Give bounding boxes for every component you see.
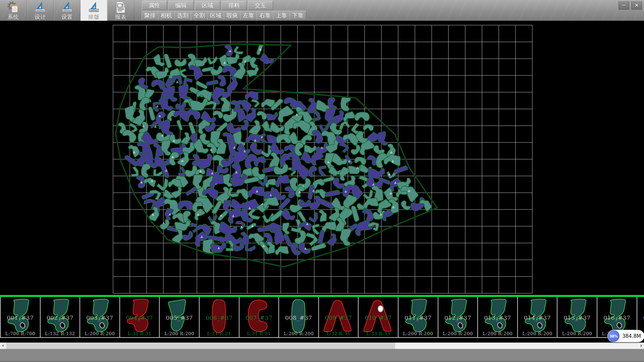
main-tab-label: 设置: [54, 14, 80, 21]
tray-bottom-gap: [0, 338, 644, 343]
part-thumbnail-013[interactable]: 013_#37L:200 R:200: [478, 297, 518, 337]
part-lr-count: L:31 R:31: [239, 331, 279, 336]
tool-button-6[interactable]: 瑕疵: [224, 11, 240, 20]
tool-button-5[interactable]: 区域: [207, 11, 224, 20]
part-lr-count: L:200 R:200: [557, 331, 597, 336]
part-id-label: 005_#37: [160, 314, 199, 321]
part-id-label: 008_#37: [279, 314, 318, 321]
close-button[interactable]: ✕: [631, 1, 642, 10]
scrollbar-thumb[interactable]: [6, 343, 395, 349]
memory-label: 384.8M: [622, 333, 641, 339]
part-thumbnail-014[interactable]: 014_#37L:200 R:200: [518, 297, 558, 337]
nesting-ruler-icon: [81, 1, 107, 14]
tool-button-2[interactable]: 相机: [158, 11, 175, 20]
main-tab-2[interactable]: 设计: [27, 0, 54, 21]
part-thumbnail-010[interactable]: 010_#37L:33 R:33: [359, 297, 398, 337]
part-lr-count: L:33 R:33: [359, 331, 398, 336]
part-id-label: 011_#37: [398, 314, 438, 321]
part-thumbnail-006[interactable]: 006_#37L:21 R:21: [200, 297, 239, 337]
ribbon-toolbar: 系统设计设置排版报表 属性编辑区域排料交互 聚排相机选割全割区域瑕疵左靠右靠上靠…: [0, 0, 644, 21]
settings-ruler-icon: [54, 1, 80, 14]
main-tab-label: 系统: [0, 14, 26, 21]
report-icon: [108, 1, 134, 14]
part-thumbnail-005[interactable]: 005_#37L:200 R:200: [160, 297, 200, 337]
part-lr-count: L:132 R:132: [41, 331, 80, 336]
percent-circle: 38%: [608, 330, 620, 342]
menu-row: 属性编辑区域排料交互: [142, 1, 273, 10]
window-controls: ─✕: [619, 1, 642, 10]
part-thumbnail-008[interactable]: 008_#37L:200 R:200: [279, 297, 319, 337]
part-lr-count: L:200 R:200: [80, 331, 119, 336]
part-thumbnail-011[interactable]: 011_#37L:200 R:200: [398, 297, 438, 337]
main-tab-label: 设计: [27, 14, 53, 21]
part-lr-count: L:32 R:31: [319, 331, 358, 336]
recording-overlay-badge[interactable]: 38% 384.8M: [607, 330, 644, 342]
design-ruler-icon: [27, 1, 53, 14]
part-id-label: 001_#37: [1, 314, 40, 321]
menu-button-5[interactable]: 交互: [248, 1, 273, 10]
main-tab-label: 排版: [81, 14, 107, 21]
part-thumbnail-015[interactable]: 015_#37L:200 R:200: [557, 297, 597, 337]
part-lr-count: L:200 R:200: [518, 331, 557, 336]
tool-button-10[interactable]: 下靠: [289, 11, 306, 20]
main-tab-label: 报表: [108, 14, 134, 21]
part-id-label: 003_#37: [80, 314, 119, 321]
part-lr-count: L:21 R:21: [200, 331, 239, 336]
part-id-label: 013_#37: [478, 314, 517, 321]
part-thumbnail-012[interactable]: 012_#37L:200 R:200: [438, 297, 478, 337]
minimize-button[interactable]: ─: [619, 1, 629, 10]
part-lr-count: L:200 R:200: [279, 331, 318, 336]
main-tab-4[interactable]: 排版: [80, 0, 107, 21]
tray-scrollbar[interactable]: ‹ ›: [0, 343, 644, 349]
tool-button-7[interactable]: 左靠: [240, 11, 257, 20]
nest-layout-svg: [0, 21, 644, 295]
menu-button-3[interactable]: 区域: [195, 1, 220, 10]
main-tabs: 系统设计设置排版报表: [0, 0, 134, 21]
part-id-label: 017_#37: [637, 314, 644, 321]
main-tab-5[interactable]: 报表: [107, 0, 134, 21]
part-id-label: 004_#37: [120, 314, 159, 321]
nesting-canvas[interactable]: [0, 21, 644, 295]
part-id-label: 012_#37: [438, 314, 478, 321]
main-tab-1[interactable]: 系统: [0, 0, 27, 21]
part-id-label: 014_#37: [518, 314, 557, 321]
part-id-label: 016_#37: [597, 314, 637, 321]
part-id-label: 002_#37: [41, 314, 80, 321]
scroll-right-arrow[interactable]: ›: [638, 343, 644, 349]
tool-button-1[interactable]: 聚排: [142, 11, 158, 20]
part-id-label: 010_#37: [359, 314, 398, 321]
part-lr-count: L:200 R:200: [398, 331, 438, 336]
part-thumbnail-007[interactable]: 007_#37L:31 R:31: [239, 297, 279, 337]
part-lr-count: L:200 R:200: [438, 331, 478, 336]
scroll-left-arrow[interactable]: ‹: [0, 343, 6, 349]
part-lr-count: L:700 R:700: [1, 331, 40, 336]
tool-button-4[interactable]: 全割: [191, 11, 208, 20]
tool-button-3[interactable]: 选割: [174, 11, 191, 20]
menu-button-4[interactable]: 排料: [221, 1, 247, 10]
part-id-label: 015_#37: [557, 314, 597, 321]
part-lr-count: L:200 R:200: [160, 331, 199, 336]
tool-row: 聚排相机选割全割区域瑕疵左靠右靠上靠下靠: [142, 11, 306, 20]
part-thumbnail-002[interactable]: 002_#37L:132 R:132: [41, 297, 80, 337]
system-gear-icon: [0, 1, 26, 14]
status-strip: [0, 349, 644, 362]
tool-button-8[interactable]: 右靠: [257, 11, 273, 20]
part-thumbnail-004[interactable]: 004_#37L:31 R:31: [120, 297, 160, 337]
menu-button-2[interactable]: 编辑: [168, 1, 194, 10]
part-lr-count: L:200 R:200: [478, 331, 517, 336]
parts-tray[interactable]: 001_#37L:700 R:700002_#37L:132 R:132003_…: [0, 297, 644, 338]
part-thumbnail-009[interactable]: 009_#37L:32 R:31: [319, 297, 359, 337]
part-thumbnail-003[interactable]: 003_#37L:200 R:200: [80, 297, 120, 337]
main-tab-3[interactable]: 设置: [54, 0, 80, 21]
part-lr-count: L:31 R:31: [120, 331, 159, 336]
part-thumbnail-001[interactable]: 001_#37L:700 R:700: [1, 297, 41, 337]
tool-button-9[interactable]: 上靠: [273, 11, 290, 20]
part-id-label: 006_#37: [200, 314, 239, 321]
part-id-label: 009_#37: [319, 314, 358, 321]
part-id-label: 007_#37: [239, 314, 279, 321]
menu-button-1[interactable]: 属性: [142, 1, 167, 10]
